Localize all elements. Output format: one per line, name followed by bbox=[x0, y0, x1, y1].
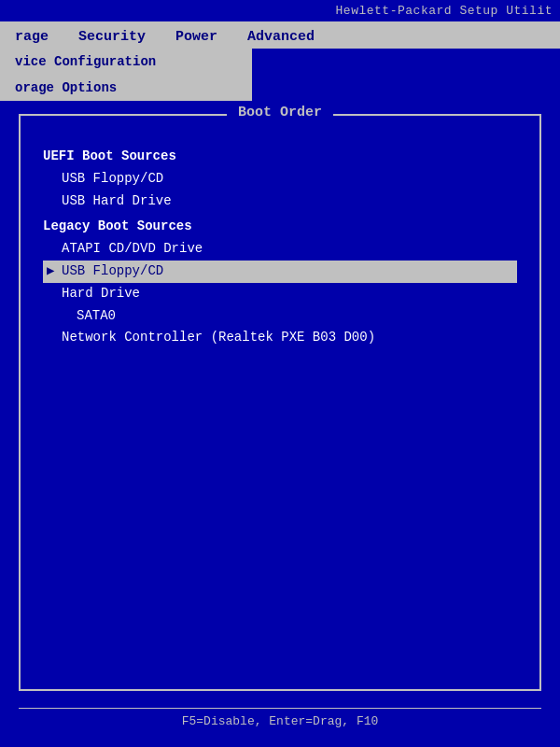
menu-item-power[interactable]: Power bbox=[161, 25, 232, 49]
title-text: Hewlett-Packard Setup Utilit bbox=[336, 4, 553, 18]
main-area: Boot Order UEFI Boot SourcesUSB Floppy/C… bbox=[0, 49, 560, 747]
boot-list-item[interactable]: USB Floppy/CD bbox=[43, 261, 517, 283]
boot-section-header: Legacy Boot Sources bbox=[43, 216, 517, 238]
boot-order-title: Boot Order bbox=[227, 105, 333, 120]
boot-list-item[interactable]: Network Controller (Realtek PXE B03 D00) bbox=[43, 327, 517, 349]
dropdown-item[interactable]: orage Options bbox=[0, 75, 252, 101]
boot-order-box: Boot Order UEFI Boot SourcesUSB Floppy/C… bbox=[19, 114, 541, 691]
storage-dropdown: vice Configurationorage Options bbox=[0, 49, 252, 101]
status-bar: F5=Disable, Enter=Drag, F10 bbox=[19, 708, 541, 728]
boot-list-item[interactable]: SATA0 bbox=[43, 305, 517, 328]
menu-item-security[interactable]: Security bbox=[63, 25, 161, 49]
boot-list-item[interactable]: USB Hard Drive bbox=[43, 190, 517, 213]
status-text: F5=Disable, Enter=Drag, F10 bbox=[182, 714, 379, 728]
menu-item-rage[interactable]: rage bbox=[0, 25, 63, 49]
title-bar: Hewlett-Packard Setup Utilit bbox=[0, 0, 560, 21]
boot-list-item[interactable]: Hard Drive bbox=[43, 283, 517, 305]
boot-list: UEFI Boot SourcesUSB Floppy/CDUSB Hard D… bbox=[43, 146, 517, 349]
boot-list-item[interactable]: ATAPI CD/DVD Drive bbox=[43, 238, 517, 261]
boot-section-header: UEFI Boot Sources bbox=[43, 146, 517, 168]
boot-list-item[interactable]: USB Floppy/CD bbox=[43, 168, 517, 190]
dropdown-item[interactable]: vice Configuration bbox=[0, 49, 252, 75]
menu-item-advanced[interactable]: Advanced bbox=[232, 25, 329, 49]
